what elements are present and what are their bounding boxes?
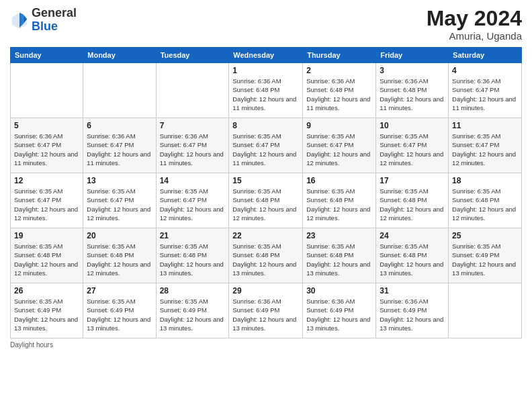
calendar-cell: 19Sunrise: 6:35 AM Sunset: 6:48 PM Dayli… bbox=[11, 228, 83, 283]
day-number: 29 bbox=[232, 286, 299, 295]
day-number: 31 bbox=[380, 286, 445, 295]
calendar-week-row: 19Sunrise: 6:35 AM Sunset: 6:48 PM Dayli… bbox=[11, 228, 522, 283]
calendar-cell bbox=[11, 63, 83, 118]
calendar-cell: 11Sunrise: 6:35 AM Sunset: 6:47 PM Dayli… bbox=[449, 118, 522, 173]
calendar-cell: 21Sunrise: 6:35 AM Sunset: 6:48 PM Dayli… bbox=[156, 228, 229, 283]
calendar-cell: 29Sunrise: 6:36 AM Sunset: 6:49 PM Dayli… bbox=[229, 283, 303, 338]
day-info: Sunrise: 6:35 AM Sunset: 6:47 PM Dayligh… bbox=[452, 132, 518, 167]
day-number: 18 bbox=[452, 176, 518, 185]
header: General Blue May 2024 Amuria, Uganda bbox=[10, 7, 522, 42]
calendar-header-row: SundayMondayTuesdayWednesdayThursdayFrid… bbox=[11, 48, 522, 63]
logo: General Blue bbox=[10, 7, 77, 34]
calendar-cell: 8Sunrise: 6:35 AM Sunset: 6:47 PM Daylig… bbox=[229, 118, 303, 173]
day-number: 15 bbox=[232, 176, 299, 185]
day-number: 17 bbox=[380, 176, 445, 185]
calendar-cell: 27Sunrise: 6:35 AM Sunset: 6:49 PM Dayli… bbox=[83, 283, 156, 338]
day-number: 23 bbox=[306, 231, 372, 240]
day-info: Sunrise: 6:35 AM Sunset: 6:48 PM Dayligh… bbox=[380, 187, 445, 222]
day-info: Sunrise: 6:36 AM Sunset: 6:49 PM Dayligh… bbox=[380, 297, 445, 332]
day-number: 30 bbox=[306, 286, 372, 295]
day-info: Sunrise: 6:36 AM Sunset: 6:49 PM Dayligh… bbox=[306, 297, 372, 332]
day-number: 3 bbox=[380, 66, 445, 75]
calendar-cell: 9Sunrise: 6:35 AM Sunset: 6:47 PM Daylig… bbox=[303, 118, 376, 173]
calendar-cell: 6Sunrise: 6:36 AM Sunset: 6:47 PM Daylig… bbox=[83, 118, 156, 173]
month-year: May 2024 bbox=[427, 7, 522, 30]
day-info: Sunrise: 6:35 AM Sunset: 6:48 PM Dayligh… bbox=[160, 242, 226, 277]
day-info: Sunrise: 6:36 AM Sunset: 6:48 PM Dayligh… bbox=[232, 77, 299, 112]
calendar-week-row: 1Sunrise: 6:36 AM Sunset: 6:48 PM Daylig… bbox=[11, 63, 522, 118]
day-info: Sunrise: 6:35 AM Sunset: 6:49 PM Dayligh… bbox=[87, 297, 152, 332]
day-number: 1 bbox=[232, 66, 299, 75]
day-number: 2 bbox=[306, 66, 372, 75]
day-number: 20 bbox=[87, 231, 152, 240]
day-info: Sunrise: 6:36 AM Sunset: 6:48 PM Dayligh… bbox=[306, 77, 372, 112]
calendar-cell: 30Sunrise: 6:36 AM Sunset: 6:49 PM Dayli… bbox=[303, 283, 376, 338]
calendar-week-row: 12Sunrise: 6:35 AM Sunset: 6:47 PM Dayli… bbox=[11, 173, 522, 228]
calendar-cell: 17Sunrise: 6:35 AM Sunset: 6:48 PM Dayli… bbox=[376, 173, 449, 228]
day-number: 28 bbox=[160, 286, 226, 295]
calendar-cell: 13Sunrise: 6:35 AM Sunset: 6:47 PM Dayli… bbox=[83, 173, 156, 228]
day-number: 5 bbox=[14, 121, 79, 130]
day-info: Sunrise: 6:36 AM Sunset: 6:47 PM Dayligh… bbox=[160, 132, 226, 167]
calendar-cell bbox=[156, 63, 229, 118]
day-info: Sunrise: 6:35 AM Sunset: 6:47 PM Dayligh… bbox=[160, 187, 226, 222]
day-info: Sunrise: 6:35 AM Sunset: 6:48 PM Dayligh… bbox=[232, 242, 299, 277]
footer: Daylight hours bbox=[10, 341, 522, 349]
calendar-cell: 7Sunrise: 6:36 AM Sunset: 6:47 PM Daylig… bbox=[156, 118, 229, 173]
day-number: 16 bbox=[306, 176, 372, 185]
calendar-cell: 14Sunrise: 6:35 AM Sunset: 6:47 PM Dayli… bbox=[156, 173, 229, 228]
day-number: 9 bbox=[306, 121, 372, 130]
col-header-wednesday: Wednesday bbox=[229, 48, 303, 63]
day-number: 14 bbox=[160, 176, 226, 185]
location: Amuria, Uganda bbox=[427, 30, 522, 42]
calendar-cell: 20Sunrise: 6:35 AM Sunset: 6:48 PM Dayli… bbox=[83, 228, 156, 283]
calendar-cell: 2Sunrise: 6:36 AM Sunset: 6:48 PM Daylig… bbox=[303, 63, 376, 118]
calendar-cell: 28Sunrise: 6:35 AM Sunset: 6:49 PM Dayli… bbox=[156, 283, 229, 338]
calendar-cell bbox=[449, 283, 522, 338]
day-info: Sunrise: 6:36 AM Sunset: 6:47 PM Dayligh… bbox=[14, 132, 79, 167]
day-number: 10 bbox=[380, 121, 445, 130]
calendar-cell: 5Sunrise: 6:36 AM Sunset: 6:47 PM Daylig… bbox=[11, 118, 83, 173]
calendar-cell: 16Sunrise: 6:35 AM Sunset: 6:48 PM Dayli… bbox=[303, 173, 376, 228]
calendar-cell: 4Sunrise: 6:36 AM Sunset: 6:47 PM Daylig… bbox=[449, 63, 522, 118]
calendar-cell: 18Sunrise: 6:35 AM Sunset: 6:48 PM Dayli… bbox=[449, 173, 522, 228]
day-number: 12 bbox=[14, 176, 79, 185]
day-info: Sunrise: 6:36 AM Sunset: 6:49 PM Dayligh… bbox=[232, 297, 299, 332]
day-info: Sunrise: 6:35 AM Sunset: 6:48 PM Dayligh… bbox=[232, 187, 299, 222]
calendar-cell: 1Sunrise: 6:36 AM Sunset: 6:48 PM Daylig… bbox=[229, 63, 303, 118]
calendar-cell: 25Sunrise: 6:35 AM Sunset: 6:49 PM Dayli… bbox=[449, 228, 522, 283]
day-number: 19 bbox=[14, 231, 79, 240]
day-info: Sunrise: 6:35 AM Sunset: 6:49 PM Dayligh… bbox=[452, 242, 518, 277]
calendar-table: SundayMondayTuesdayWednesdayThursdayFrid… bbox=[10, 47, 522, 338]
day-number: 27 bbox=[87, 286, 152, 295]
col-header-friday: Friday bbox=[376, 48, 449, 63]
day-number: 4 bbox=[452, 66, 518, 75]
day-info: Sunrise: 6:35 AM Sunset: 6:49 PM Dayligh… bbox=[14, 297, 79, 332]
day-info: Sunrise: 6:35 AM Sunset: 6:48 PM Dayligh… bbox=[306, 242, 372, 277]
col-header-tuesday: Tuesday bbox=[156, 48, 229, 63]
calendar-cell: 12Sunrise: 6:35 AM Sunset: 6:47 PM Dayli… bbox=[11, 173, 83, 228]
day-number: 11 bbox=[452, 121, 518, 130]
day-number: 8 bbox=[232, 121, 299, 130]
day-info: Sunrise: 6:35 AM Sunset: 6:48 PM Dayligh… bbox=[87, 242, 152, 277]
day-info: Sunrise: 6:35 AM Sunset: 6:47 PM Dayligh… bbox=[380, 132, 445, 167]
day-info: Sunrise: 6:35 AM Sunset: 6:47 PM Dayligh… bbox=[306, 132, 372, 167]
col-header-saturday: Saturday bbox=[449, 48, 522, 63]
calendar-cell: 22Sunrise: 6:35 AM Sunset: 6:48 PM Dayli… bbox=[229, 228, 303, 283]
day-info: Sunrise: 6:35 AM Sunset: 6:48 PM Dayligh… bbox=[306, 187, 372, 222]
day-info: Sunrise: 6:35 AM Sunset: 6:48 PM Dayligh… bbox=[14, 242, 79, 277]
day-number: 6 bbox=[87, 121, 152, 130]
daylight-label: Daylight hours bbox=[10, 341, 53, 349]
day-info: Sunrise: 6:36 AM Sunset: 6:47 PM Dayligh… bbox=[87, 132, 152, 167]
day-number: 22 bbox=[232, 231, 299, 240]
calendar-week-row: 5Sunrise: 6:36 AM Sunset: 6:47 PM Daylig… bbox=[11, 118, 522, 173]
logo-blue-text: Blue bbox=[32, 19, 58, 33]
day-number: 13 bbox=[87, 176, 152, 185]
day-number: 25 bbox=[452, 231, 518, 240]
day-info: Sunrise: 6:35 AM Sunset: 6:47 PM Dayligh… bbox=[14, 187, 79, 222]
day-number: 7 bbox=[160, 121, 226, 130]
col-header-thursday: Thursday bbox=[303, 48, 376, 63]
calendar-cell: 24Sunrise: 6:35 AM Sunset: 6:48 PM Dayli… bbox=[376, 228, 449, 283]
day-info: Sunrise: 6:35 AM Sunset: 6:47 PM Dayligh… bbox=[87, 187, 152, 222]
title-block: May 2024 Amuria, Uganda bbox=[427, 7, 522, 42]
